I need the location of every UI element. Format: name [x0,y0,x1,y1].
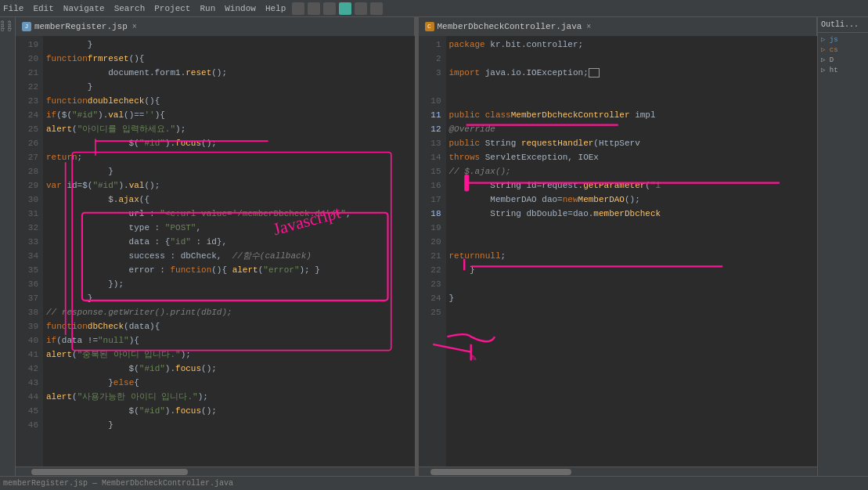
menu-run[interactable]: Run [200,4,215,13]
right-panel-header: Outli... [818,17,868,33]
left-tab-close[interactable]: × [132,23,137,31]
left-editor-pane: J memberRegister.jsp × 19 20 21 22 23 24 [16,17,415,476]
r-code-line-10 [449,94,815,108]
code-line-43: }else{ [46,376,412,390]
left-editor-tab[interactable]: J memberRegister.jsp × [16,17,415,36]
left-tab-icon: J [22,22,31,31]
outline-item-d[interactable]: ▷ D [819,55,866,65]
right-code-wrapper: 1 2 3 10 11 12 13 14 15 16 17 1 [419,36,818,476]
right-tab-close[interactable]: × [586,23,591,31]
left-tab-title: memberRegister.jsp [34,22,128,31]
code-line-45: $("#id").focus(); [46,404,412,418]
r-code-line-25 [449,305,815,319]
left-line-numbers: 19 20 21 22 23 24 25 26 27 28 29 30 [16,36,43,467]
r-code-line-18: String dbDouble=dao.memberDbcheck [449,207,815,221]
menu-file[interactable]: File [3,4,23,13]
r-code-line-23 [449,277,815,291]
toolbar-icons [292,2,383,15]
menu-edit[interactable]: Edit [33,4,53,13]
bottom-bar: memberRegister.jsp — MemberDbcheckContro… [0,476,868,490]
top-bar: File Edit Navigate Search Project Run Wi… [0,0,868,17]
code-line-28: } [46,164,412,178]
right-scrollbar-h[interactable] [419,467,818,476]
code-line-23: function doublecheck(){ [46,94,412,108]
code-line-40: if(data !="null"){ [46,333,412,348]
right-scroll-thumb[interactable] [430,469,571,475]
code-line-20: function frmreset(){ [46,52,412,66]
r-code-line-2 [449,52,815,66]
code-line-44: alert("사용가능한 아이디 입니다."); [46,390,412,404]
r-code-line-12: @Override [449,122,815,136]
r-code-line-1: package kr.bit.controller; [449,38,815,52]
code-line-33: data : {"id" : id}, [46,235,412,249]
r-code-line-22: } [449,263,815,277]
main-container: File Edit Navigate Search Project Run Wi… [0,0,868,490]
toolbar-btn-2[interactable] [308,2,320,15]
code-line-31: url : "<c:url value='/memberDbcheck.do'/… [46,207,412,221]
left-scrollbar-h[interactable] [16,467,415,476]
code-line-36: }); [46,277,412,291]
left-code-wrapper: 19 20 21 22 23 24 25 26 27 28 29 30 [16,36,415,476]
code-line-24: if($("#id").val()==''){ [46,108,412,122]
toolbar-btn-run[interactable] [339,2,351,15]
left-scroll-thumb[interactable] [31,469,188,475]
code-line-21: document.form1.reset(); [46,66,412,80]
code-line-30: $.ajax({ [46,193,412,207]
code-line-32: type : "POST", [46,221,412,235]
r-code-line-blank [449,80,815,94]
code-line-34: success : dbCheck, //함수(callback) [46,249,412,263]
r-code-line-21: return null; [449,249,815,263]
toolbar-btn-3[interactable] [323,2,336,15]
right-code-content: package kr.bit.controller; import java.i… [446,36,818,467]
status-text: memberRegister.jsp — MemberDbcheckContro… [3,479,233,488]
code-line-22: } [46,80,412,94]
toolbar-btn-4[interactable] [355,2,367,15]
r-code-line-24: } [449,291,815,305]
r-code-line-13: public String requestHandler(HttpServ [449,136,815,150]
menu-window[interactable]: Window [225,4,256,13]
menu-bar: File Edit Navigate Search Project Run Wi… [3,4,286,13]
outline-item-ht[interactable]: ▷ ht [819,65,866,75]
menu-help[interactable]: Help [265,4,286,13]
right-code-area[interactable]: 1 2 3 10 11 12 13 14 15 16 17 1 [419,36,818,467]
code-line-39: function dbCheck(data){ [46,319,412,333]
r-code-line-16: String id=request.getParameter("i [449,178,815,193]
code-line-25: alert("아이디를 입력하세요."); [46,122,412,136]
code-line-37: } [46,291,412,305]
toolbar-btn-1[interactable] [292,2,304,15]
menu-search[interactable]: Search [114,4,146,13]
code-line-26: $("#id").focus(); [46,136,412,150]
editor-split: J memberRegister.jsp × 19 20 21 22 23 24 [16,17,817,476]
r-code-line-11: public class MemberDbcheckController imp… [449,108,815,122]
code-line-46: } [46,418,412,432]
code-line-27: return; [46,150,412,164]
r-code-line-3: import java.io.IOException; [449,66,815,80]
r-code-line-15: // $.ajax(); [449,164,815,178]
toolbar-btn-5[interactable] [370,2,383,15]
code-line-41: alert("중복된 아이디 입니다."); [46,348,412,362]
left-sidebar: emb emb db fro ndl ewR emb myb nfig pro … [0,17,16,476]
outline-item-cs[interactable]: ▷ cs [819,45,866,55]
r-code-line-19 [449,221,815,235]
menu-project[interactable]: Project [154,4,190,13]
left-code-area[interactable]: 19 20 21 22 23 24 25 26 27 28 29 30 [16,36,415,467]
r-code-line-14: throws ServletException, IOEx [449,150,815,164]
code-line-38: // response.getWriter().print(dbId); [46,305,412,319]
r-code-line-17: MemberDAO dao=new MemberDAO(); [449,193,815,207]
code-line-42: $("#id").focus(); [46,362,412,376]
left-sidebar-label: emb emb db fro ndl ewR emb myb nfig pro … [0,17,15,38]
right-outline-panel: Outli... ▷ js ▷ cs ▷ D ▷ ht [817,17,868,476]
code-line-19: } [46,38,412,52]
code-line-35: error : function(){ alert("error"); } [46,263,412,277]
editor-area: emb emb db fro ndl ewR emb myb nfig pro … [0,17,868,476]
left-code-content: } function frmreset(){ document.form1.re… [43,36,415,467]
code-line-29: var id=$("#id").val(); [46,178,412,193]
outline-item-js[interactable]: ▷ js [819,34,866,45]
right-panel-items: ▷ js ▷ cs ▷ D ▷ ht [818,33,868,77]
right-tab-icon: C [425,22,434,31]
right-line-numbers: 1 2 3 10 11 12 13 14 15 16 17 1 [419,36,446,467]
right-editor-pane: C MemberDbcheckController.java × 1 2 3 1… [419,17,818,476]
right-tab-title: MemberDbcheckController.java [438,22,582,31]
right-editor-tab[interactable]: C MemberDbcheckController.java × [419,17,818,36]
menu-navigate[interactable]: Navigate [63,4,105,13]
